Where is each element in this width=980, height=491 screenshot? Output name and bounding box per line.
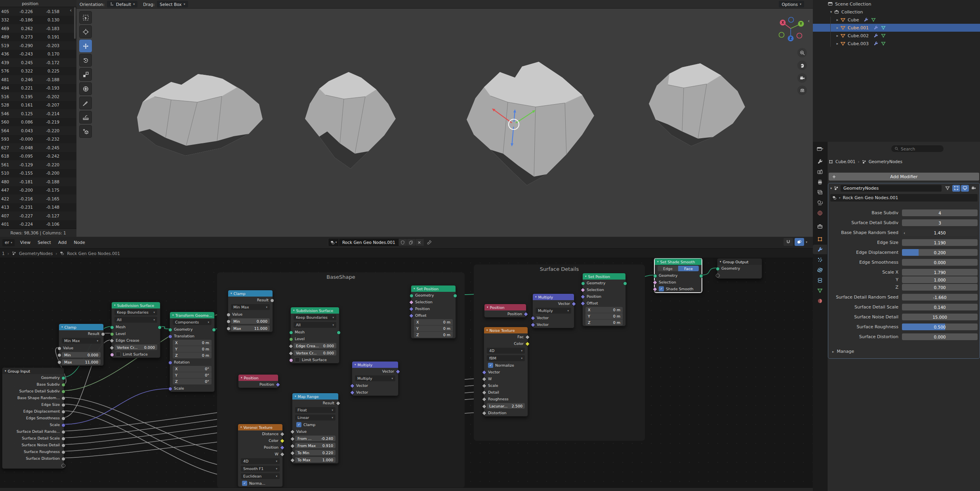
- expander-icon[interactable]: ▸: [835, 26, 840, 30]
- node-socket[interactable]: [61, 464, 65, 468]
- node-set-position-1[interactable]: ▾Set PositionGeometrySelectionPositionOf…: [411, 285, 456, 339]
- measure-tool[interactable]: [79, 111, 92, 124]
- 3d-viewport[interactable]: Orientation: Default▾ Drag: Select Box▾ …: [76, 0, 813, 237]
- field-value-slider[interactable]: 0.000: [902, 259, 978, 266]
- node-socket[interactable]: [61, 390, 65, 394]
- node-noise-texture[interactable]: ▾Noise TextureFacColor4D▾fBM▾✓NormalizeV…: [484, 327, 528, 417]
- node-socket[interactable]: [110, 353, 114, 357]
- node-group-selector[interactable]: ▾ Rock Gen Geo Nodes.001: [328, 238, 424, 247]
- node-enum-dropdown[interactable]: Min Max▾: [62, 338, 101, 344]
- node-socket[interactable]: [61, 457, 65, 461]
- node-set-position-2[interactable]: ▾Set PositionGeometrySelectionPositionOf…: [582, 273, 626, 326]
- expander-icon[interactable]: ▸: [835, 42, 840, 46]
- move-tool[interactable]: [79, 40, 92, 52]
- viewport-sidebar-arrow[interactable]: ‹: [808, 18, 810, 24]
- node-position-2[interactable]: ▾PositionPosition: [484, 304, 526, 318]
- node-enum-dropdown[interactable]: Euclidean▾: [241, 473, 280, 479]
- properties-tab-tool[interactable]: [813, 157, 827, 166]
- field-value-slider[interactable]: 0.200: [902, 249, 978, 256]
- node-vector-values[interactable]: X0 mY0 mZ0 m: [173, 340, 212, 358]
- outliner-item-cube-002[interactable]: ▸Cube.002: [813, 32, 980, 40]
- node-vector-values[interactable]: X0°Y0°Z0°: [173, 366, 212, 384]
- camera-view-button[interactable]: [797, 73, 807, 83]
- node-socket[interactable]: [623, 282, 627, 285]
- node-socket[interactable]: [110, 332, 114, 336]
- properties-tab-collection[interactable]: [813, 222, 827, 231]
- field-value-slider[interactable]: 0.500: [902, 324, 978, 330]
- panel-expand-chevron[interactable]: ▾: [830, 187, 832, 190]
- edit-mode-display-icon[interactable]: [952, 185, 960, 192]
- node-map-range[interactable]: ▾Map RangeResultFloat▾Linear▾✓ClampValue…: [292, 393, 339, 464]
- node-enum-dropdown[interactable]: Float▾: [295, 407, 336, 413]
- domain-toggle[interactable]: EdgeFace: [658, 266, 699, 271]
- node-enum-dropdown[interactable]: Smooth F1▾: [241, 466, 280, 472]
- node-enum-dropdown[interactable]: Multiply▾: [536, 308, 571, 314]
- properties-tab-particles[interactable]: [813, 255, 827, 265]
- node-transform-geometry[interactable]: ▾Transform Geome...Components▾GeometryTr…: [170, 312, 215, 392]
- node-multiply-2[interactable]: ▾MultiplyVectorMultiply▾VectorVector: [532, 293, 574, 328]
- node-subdivision-surface-2[interactable]: ▾Subdivision SurfaceKeep Boundaries▾All▾…: [290, 307, 339, 363]
- realtime-display-icon[interactable]: [961, 185, 969, 192]
- node-checkbox[interactable]: ✓: [659, 286, 664, 291]
- field-value-slider[interactable]: 0.700: [902, 284, 978, 291]
- field-value-slider[interactable]: 4: [902, 209, 978, 216]
- node-socket[interactable]: [61, 423, 65, 427]
- field-value-slider[interactable]: 1.790: [902, 269, 978, 276]
- outliner-item-cube[interactable]: ▸Cube: [813, 16, 980, 24]
- meshdata-green-icon[interactable]: [881, 33, 886, 38]
- field-value-slider[interactable]: 1.190: [902, 239, 978, 246]
- transform-tool[interactable]: [79, 82, 92, 95]
- node-socket[interactable]: [289, 337, 293, 341]
- meshdata-green-icon[interactable]: [881, 41, 886, 46]
- node-checkbox[interactable]: ✓: [296, 422, 301, 427]
- editor-type-dropdown[interactable]: er▾: [2, 239, 15, 246]
- node-checkbox[interactable]: [295, 357, 300, 362]
- node-checkbox[interactable]: [116, 352, 121, 357]
- node-socket[interactable]: [61, 417, 65, 421]
- wrench-icon[interactable]: [873, 25, 878, 30]
- axis-navigation-gizmo[interactable]: XYZ: [777, 12, 805, 46]
- modifier-name-field[interactable]: GeometryNodes: [841, 185, 942, 192]
- node-socket[interactable]: [61, 403, 65, 407]
- properties-tab-world[interactable]: [813, 208, 827, 218]
- node-socket[interactable]: [227, 313, 231, 317]
- node-value-field[interactable]: Vertex Cr...0.000: [294, 350, 336, 356]
- node-value-field[interactable]: Min0.000: [62, 352, 101, 358]
- node-enum-dropdown[interactable]: Components▾: [173, 319, 212, 325]
- node-socket[interactable]: [270, 299, 274, 303]
- spreadsheet-collapse-arrow[interactable]: ‹: [70, 7, 72, 13]
- node-value-field[interactable]: From Max0.910: [295, 443, 336, 448]
- properties-tab-output[interactable]: [813, 177, 827, 187]
- annotate-tool[interactable]: [79, 97, 92, 109]
- expander-icon[interactable]: ▾: [829, 10, 833, 14]
- node-socket[interactable]: [57, 346, 61, 350]
- field-value-slider[interactable]: ‹1.450: [902, 229, 978, 236]
- breadcrumb-object[interactable]: Cube.001: [835, 159, 856, 164]
- properties-tab-modifiers[interactable]: [813, 245, 827, 254]
- node-socket[interactable]: [410, 294, 414, 298]
- properties-tab-render[interactable]: [813, 167, 827, 177]
- duplicate-node-group-icon[interactable]: [407, 239, 415, 246]
- node-set-shade-smooth[interactable]: ▾Set Shade SmoothEdgeFaceGeometrySelecti…: [654, 258, 702, 293]
- vertex-group-icon[interactable]: [944, 185, 951, 192]
- node-socket[interactable]: [61, 376, 65, 380]
- field-value-slider[interactable]: 3: [902, 219, 978, 226]
- properties-search-input[interactable]: Search: [891, 145, 944, 152]
- node-group-output[interactable]: ▾Group OutputGeometry: [717, 258, 762, 279]
- node-group-input[interactable]: ▾Group InputGeometryBase SubdivSurface D…: [2, 367, 64, 469]
- pan-button[interactable]: [797, 61, 807, 70]
- add-cube-tool[interactable]: [79, 125, 92, 138]
- grid-ortho-button[interactable]: [797, 86, 807, 95]
- editor-type-button[interactable]: ▾: [813, 144, 827, 154]
- overlays-chevron-icon[interactable]: ▾: [806, 240, 807, 244]
- options-dropdown[interactable]: Options▾: [779, 1, 804, 8]
- node-socket[interactable]: [227, 320, 231, 324]
- field-value-slider[interactable]: 0.140: [902, 304, 978, 310]
- node-value-field[interactable]: To Min0.220: [295, 450, 336, 455]
- node-socket[interactable]: [453, 294, 457, 298]
- drag-dropdown[interactable]: Select Box▾: [157, 1, 188, 8]
- breadcrumb-item[interactable]: GeometryNodes: [19, 251, 53, 256]
- node-socket[interactable]: [110, 325, 114, 329]
- node-socket[interactable]: [289, 331, 293, 335]
- node-enum-dropdown[interactable]: All▾: [114, 317, 157, 323]
